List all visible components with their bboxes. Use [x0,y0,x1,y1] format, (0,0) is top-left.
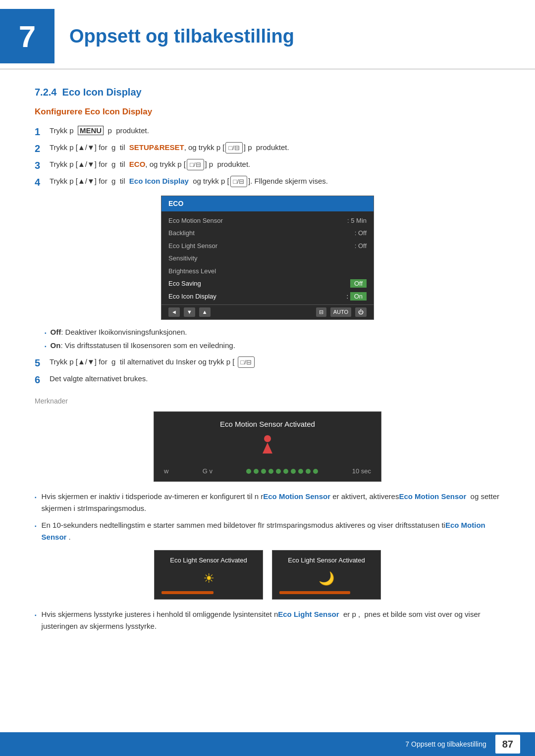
steps-56-list: 5 Trykk p [▲/▼] for g til alternativet d… [35,356,500,386]
option-off: ▪ Off: Deaktiver Ikoikonvisningsfunksjon… [45,327,500,338]
dot-10 [313,469,318,474]
eco-motion-bar-row: w G v 10 sec [164,466,371,476]
eco-row-brightness: Brightness Level [168,265,367,278]
chapter-title: Oppsett og tilbakestilling [69,22,294,50]
footer-btn-power: ⏻ [355,307,367,317]
eco-row-icon-display: Eco Icon Display : On [168,290,367,303]
eco-row-motion-sensor: Eco Motion Sensor : 5 Min [168,214,367,227]
eco-icon-display-label: Eco Icon Display [129,177,189,185]
btn-icon-square2: □/⊟ [187,159,204,171]
page-footer: 7 Oppsett og tilbakestilling 87 [0,732,535,756]
note-bullet-2: ▪ [35,522,37,530]
light-sensor-title-2: Eco Light Sensor Activated [279,555,374,565]
eco-row-saving: Eco Saving Off [168,277,367,290]
step-5: 5 Trykk p [▲/▼] for g til alternativet d… [35,356,500,369]
dot-5 [276,469,281,474]
eco-motion-note1-highlight2: Eco Motion Sensor [399,492,466,501]
demo-left-label: w [164,466,168,476]
btn-icon-step5: □/⊟ [238,356,255,368]
eco-menu-body: Eco Motion Sensor : 5 Min Backlight : Of… [161,211,374,305]
section-heading: 7.2.4 Eco Icon Display [35,85,500,100]
light-sensor-bar-1 [161,591,214,594]
light-sensor-bar-2 [279,591,350,594]
light-sensor-title-1: Eco Light Sensor Activated [161,555,256,565]
light-sensor-box-2: Eco Light Sensor Activated 🌙 [272,550,381,600]
subsection-heading: Konfigurere Eco Icon Display [35,105,500,118]
footer-btn-left: ◄ [168,307,180,317]
step-4: 4 Trykk p [▲/▼] for g til Eco Icon Displ… [35,176,500,189]
dot-9 [306,469,311,474]
eco-row-backlight: Backlight : Off [168,227,367,240]
eco-row-sensitivity: Sensitivity [168,252,367,265]
eco-motion-icon [164,435,371,463]
demo-mid-label: G v [203,466,213,476]
footer-btn-monitor: ⊟ [316,307,326,317]
eco-motion-note2-highlight: Eco Motion Sensor [42,521,485,541]
btn-icon-square: □/⊟ [225,142,242,154]
main-content: 7.2.4 Eco Icon Display Konfigurere Eco I… [0,85,535,677]
step-3: 3 Trykk p [▲/▼] for g til ECO, og trykk … [35,159,500,172]
demo-time-label: 10 sec [352,466,371,476]
light-sensor-icon-moon: 🌙 [279,569,374,588]
dot-2 [254,469,259,474]
merknader-label: Merknader [35,396,500,406]
eco-light-sensor-final-highlight: Eco Light Sensor [278,610,339,618]
btn-icon-square3: □/⊟ [230,176,247,188]
light-sensor-icon-sun: ☀ [161,569,256,588]
eco-menu-footer: ◄ ▼ ▲ ⊟ AUTO ⏻ [161,304,374,319]
footer-page-number: 87 [495,735,520,754]
dot-1 [246,469,251,474]
eco-menu-title: ECO [161,196,374,211]
dot-3 [261,469,266,474]
eco-menu-screenshot: ECO Eco Motion Sensor : 5 Min Backlight … [161,196,374,320]
eco-saving-off: Off [350,279,367,288]
eco-motion-demo-title: Eco Motion Sensor Activated [164,419,371,430]
footer-btn-auto: AUTO [330,307,351,317]
step-1: 1 Trykk p MENU p produktet. [35,125,500,138]
note-2: ▪ En 10-sekunders nedtellingstim e start… [35,519,500,543]
footer-right-buttons: ⊟ AUTO ⏻ [316,307,367,317]
option-bullets: ▪ Off: Deaktiver Ikoikonvisningsfunksjon… [45,327,500,352]
eco-label: ECO [129,160,146,168]
chapter-header: 7 Oppsett og tilbakestilling [0,0,535,70]
dot-8 [298,469,303,474]
menu-label: MENU [78,126,104,135]
final-note-bullet: ▪ [35,611,37,619]
final-note: ▪ Hvis skjermens lysstyrke justeres i he… [35,608,500,632]
footer-buttons: ◄ ▼ ▲ [168,307,211,317]
eco-row-light-sensor: Eco Light Sensor : Off [168,240,367,252]
bullet-dot-off: ▪ [45,329,47,337]
step-2: 2 Trykk p [▲/▼] for g til SETUP&RESET, o… [35,142,500,155]
footer-btn-up: ▲ [199,307,211,317]
dot-4 [268,469,273,474]
step-6: 6 Det valgte alternativet brukes. [35,373,500,386]
light-sensor-box-1: Eco Light Sensor Activated ☀ [154,550,263,600]
demo-dots [246,469,318,474]
light-sensor-row: Eco Light Sensor Activated ☀ Eco Light S… [35,550,500,600]
eco-icon-on: On [350,292,367,301]
eco-motion-demo-box: Eco Motion Sensor Activated w G v [154,411,381,482]
bullet-dot-on: ▪ [45,343,47,350]
dot-6 [283,469,288,474]
setup-reset-label: SETUP&RESET [129,143,184,151]
chapter-number: 7 [0,9,54,63]
footer-section-label: 7 Oppsett og tilbakestilling [405,739,486,750]
dot-7 [291,469,296,474]
option-on: ▪ On: Vis driftsstatusen til Ikosensoren… [45,340,500,352]
note-1: ▪ Hvis skjermen er inaktiv i tidsperiode… [35,491,500,514]
eco-motion-note1-highlight: Eco Motion Sensor [263,492,330,501]
footer-btn-down: ▼ [184,307,195,317]
note-bullet-1: ▪ [35,494,37,502]
steps-list: 1 Trykk p MENU p produktet. 2 Trykk p [▲… [35,125,500,189]
svg-marker-1 [263,443,272,454]
svg-point-0 [264,435,271,442]
